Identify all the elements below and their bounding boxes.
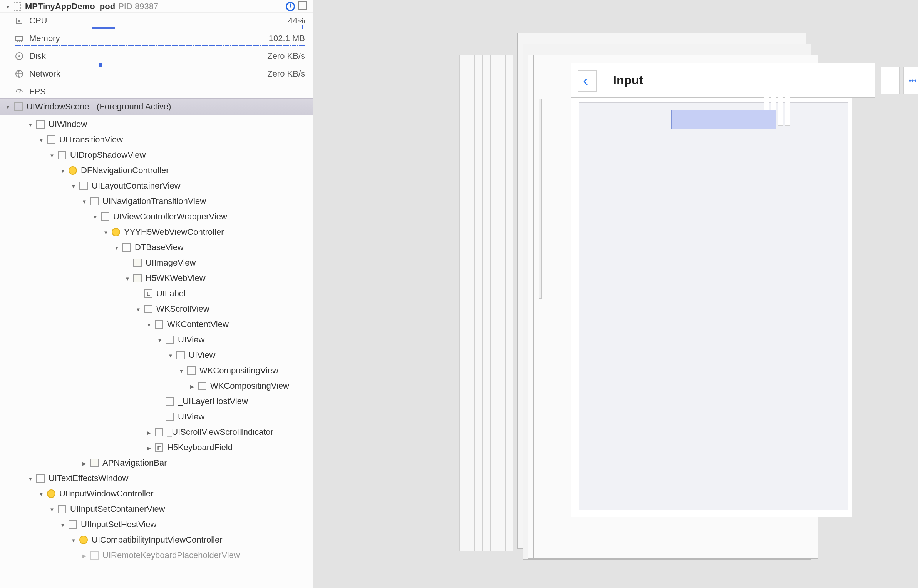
web-content-layer[interactable]: [579, 102, 848, 510]
tree-row[interactable]: APNavigationBar: [0, 455, 313, 471]
selected-view-highlight[interactable]: [671, 110, 776, 129]
back-chevron-icon[interactable]: ‹: [583, 72, 588, 89]
metric-label: Disk: [29, 51, 46, 61]
tree-row[interactable]: FH5KeyboardField: [0, 440, 313, 455]
navigation-bar-layer[interactable]: ‹ Input: [571, 63, 875, 98]
tree-row[interactable]: UIWindow: [0, 117, 313, 132]
view-debugger-canvas[interactable]: YYYH5WebViewController ‹ Input: [313, 0, 918, 588]
tree-label: YYYH5WebViewController: [124, 227, 224, 237]
metric-memory[interactable]: Memory 102.1 MB: [0, 30, 313, 45]
scene-row[interactable]: UIWindowScene - (Foreground Active): [0, 98, 313, 115]
disclosure-triangle[interactable]: [27, 120, 34, 129]
tree-row[interactable]: DFNavigationController: [0, 163, 313, 178]
tree-row[interactable]: UIImageView: [0, 255, 313, 271]
tree-row[interactable]: UITransitionView: [0, 132, 313, 147]
tree-row[interactable]: UINavigationTransitionView: [0, 194, 313, 209]
profile-icon[interactable]: [286, 2, 295, 11]
disclosure-triangle[interactable]: [49, 505, 55, 513]
disclosure-triangle[interactable]: [38, 490, 45, 498]
disclosure-triangle[interactable]: [59, 167, 66, 175]
tree-label: _UIScrollViewScrollIndicator: [167, 427, 273, 437]
view-icon: [58, 151, 66, 159]
tree-row[interactable]: YYYH5WebViewController: [0, 224, 313, 240]
disclosure-triangle[interactable]: [81, 459, 88, 467]
disclosure-triangle[interactable]: [167, 351, 174, 359]
tree-label: UIRemoteKeyboardPlaceholderView: [102, 550, 240, 560]
disclosure-triangle[interactable]: [5, 103, 10, 111]
controller-icon: [69, 166, 77, 175]
disclosure-triangle[interactable]: [146, 321, 152, 329]
view-icon: [198, 382, 206, 390]
tree-row[interactable]: UIView: [0, 347, 313, 363]
tree-row[interactable]: UIRemoteKeyboardPlaceholderView: [0, 548, 313, 563]
disclosure-triangle[interactable]: [38, 136, 45, 144]
tree-row[interactable]: _UILayerHostView: [0, 394, 313, 409]
view-icon: [58, 505, 66, 513]
svg-rect-2: [16, 37, 23, 40]
tree-row[interactable]: WKScrollView: [0, 301, 313, 317]
tree-row[interactable]: UICompatibilityInputViewController: [0, 532, 313, 548]
tree-row[interactable]: UIDropShadowView: [0, 147, 313, 163]
disclosure-triangle[interactable]: [113, 244, 120, 252]
view-stack-icon[interactable]: [300, 3, 307, 10]
disclosure-triangle[interactable]: [27, 474, 34, 483]
imageview-icon: [133, 259, 142, 267]
metric-fps[interactable]: FPS: [0, 84, 313, 98]
more-button[interactable]: [903, 67, 918, 94]
disclosure-triangle[interactable]: [70, 536, 77, 544]
metric-label: FPS: [29, 87, 46, 97]
tree-row[interactable]: UIInputSetContainerView: [0, 501, 313, 517]
tree-row[interactable]: LUILabel: [0, 286, 313, 301]
disclosure-triangle[interactable]: [59, 521, 66, 529]
tree-label: UIInputWindowController: [59, 489, 154, 499]
disclosure-triangle[interactable]: [49, 151, 55, 159]
tree-row[interactable]: UIInputWindowController: [0, 486, 313, 501]
metric-disk[interactable]: Disk Zero KB/s: [0, 48, 313, 63]
controller-icon: [112, 228, 120, 236]
metric-network[interactable]: Network Zero KB/s: [0, 66, 313, 80]
disclosure-triangle[interactable]: [81, 551, 88, 560]
metric-cpu[interactable]: CPU 44%: [0, 13, 313, 27]
disclosure-triangle[interactable]: [124, 274, 131, 282]
tree-row[interactable]: H5WKWebView: [0, 271, 313, 286]
tree-label: UIImageView: [146, 258, 196, 268]
disclosure-triangle[interactable]: [81, 197, 88, 205]
tree-row[interactable]: UIInputSetHostView: [0, 517, 313, 532]
tree-row[interactable]: UIViewControllerWrapperView: [0, 209, 313, 224]
tree-label: _UILayerHostView: [178, 396, 248, 406]
tree-label: UIInputSetContainerView: [70, 504, 165, 514]
tree-label: DFNavigationController: [81, 165, 169, 175]
tree-row[interactable]: _UIScrollViewScrollIndicator: [0, 424, 313, 440]
disclosure-triangle[interactable]: [189, 382, 196, 390]
disclosure-triangle[interactable]: [178, 367, 185, 375]
tree-row[interactable]: WKCompositingView: [0, 363, 313, 378]
disclosure-triangle[interactable]: [156, 336, 163, 344]
tree-label: UIInputSetHostView: [81, 520, 156, 530]
disclosure-triangle[interactable]: [102, 228, 109, 236]
pid-label: PID 89387: [118, 2, 158, 12]
disclosure-triangle[interactable]: [5, 3, 10, 11]
tree-row[interactable]: UITextEffectsWindow: [0, 471, 313, 486]
tree-label: UILayoutContainerView: [92, 181, 181, 191]
tree-row[interactable]: UILayoutContainerView: [0, 178, 313, 194]
tree-row[interactable]: DTBaseView: [0, 240, 313, 255]
disclosure-triangle[interactable]: [92, 213, 99, 221]
app-name: MPTinyAppDemo_pod: [25, 2, 115, 12]
view-icon: [36, 474, 45, 483]
nav-spacer: [881, 67, 900, 94]
disclosure-triangle[interactable]: [146, 444, 152, 452]
tree-row[interactable]: WKCompositingView: [0, 378, 313, 394]
disclosure-triangle[interactable]: [70, 182, 77, 190]
tree-label: UIWindow: [49, 119, 87, 129]
tree-row[interactable]: WKContentView: [0, 317, 313, 332]
svg-line-9: [19, 90, 21, 92]
view-icon: [155, 320, 163, 329]
disclosure-triangle[interactable]: [135, 305, 142, 313]
disclosure-triangle[interactable]: [146, 428, 152, 436]
tree-label: UINavigationTransitionView: [102, 196, 206, 206]
metric-value: Zero KB/s: [267, 69, 305, 79]
svg-point-7: [18, 55, 20, 57]
scene-icon: [14, 102, 23, 111]
tree-row[interactable]: UIView: [0, 409, 313, 424]
tree-row[interactable]: UIView: [0, 332, 313, 347]
